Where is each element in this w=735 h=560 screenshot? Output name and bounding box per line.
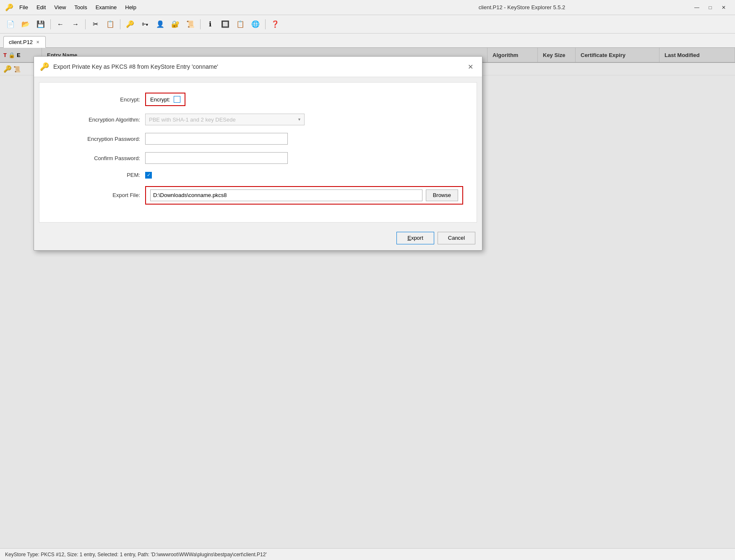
encryption-password-control	[145, 133, 463, 145]
menu-view[interactable]: View	[51, 3, 69, 12]
properties-button[interactable]: ℹ	[203, 17, 217, 31]
encryption-algorithm-wrapper: PBE with SHA-1 and 2 key DESede	[145, 114, 305, 125]
maximize-button[interactable]: □	[704, 3, 717, 12]
export-file-highlight-box: Browse	[145, 186, 463, 205]
encrypt-label: Encrypt:	[53, 96, 145, 103]
copy-button[interactable]: 📋	[103, 17, 117, 31]
dialog-close-button[interactable]: ✕	[464, 61, 476, 73]
menu-help[interactable]: Help	[122, 3, 140, 12]
tab-bar: client.P12 ✕	[0, 34, 735, 48]
export-button-label: Export	[407, 235, 423, 241]
encryption-algorithm-label: Encryption Algorithm:	[53, 117, 145, 123]
confirm-password-row: Confirm Password:	[53, 152, 463, 164]
dialog-title-bar: 🔑 Export Private Key as PKCS #8 from Key…	[34, 57, 482, 77]
confirm-password-label: Confirm Password:	[53, 155, 145, 161]
toolbar-sep-3	[120, 19, 120, 29]
toolbar: 📄 📂 💾 ← → ✂ 📋 🔑 🗝 👤 🔐 📜 ℹ 🔲 📋 🌐 ❓	[0, 15, 735, 34]
export-file-row: Export File: Browse	[53, 186, 463, 205]
window-controls: — □ ✕	[691, 3, 730, 12]
encrypt-control: Encrypt:	[145, 93, 463, 106]
menu-edit[interactable]: Edit	[33, 3, 49, 12]
examine-button[interactable]: 🔲	[218, 17, 232, 31]
export-button[interactable]: Export	[396, 232, 434, 244]
status-bar: KeyStore Type: PKCS #12, Size: 1 entry, …	[0, 548, 735, 560]
toolbar-sep-4	[200, 19, 201, 29]
toolbar-sep-2	[85, 19, 86, 29]
encrypt-label-inline: Encrypt:	[150, 96, 170, 103]
menu-tools[interactable]: Tools	[71, 3, 90, 12]
menu-file[interactable]: File	[16, 3, 31, 12]
sign-button[interactable]: 📜	[183, 17, 198, 31]
cut-button[interactable]: ✂	[88, 17, 102, 31]
import-cert-button[interactable]: 👤	[153, 17, 167, 31]
minimize-button[interactable]: —	[691, 3, 703, 12]
modal-overlay: 🔑 Export Private Key as PKCS #8 from Key…	[0, 48, 735, 548]
app-icon: 🔑	[5, 3, 13, 11]
encryption-algorithm-control: PBE with SHA-1 and 2 key DESede	[145, 114, 463, 125]
encryption-algorithm-select[interactable]: PBE with SHA-1 and 2 key DESede	[145, 114, 305, 125]
tab-close-button[interactable]: ✕	[35, 39, 40, 45]
menu-examine[interactable]: Examine	[92, 3, 120, 12]
pem-label: PEM:	[53, 172, 145, 178]
encryption-password-label: Encryption Password:	[53, 136, 145, 142]
generate-keypair-button[interactable]: 🔑	[123, 17, 137, 31]
confirm-password-input[interactable]	[145, 152, 288, 164]
toolbar-sep-5	[265, 19, 266, 29]
clipboard2-button[interactable]: 📋	[233, 17, 248, 31]
status-text: KeyStore Type: PKCS #12, Size: 1 entry, …	[5, 552, 267, 557]
dialog-title-icon: 🔑	[40, 62, 49, 71]
title-bar: 🔑 File Edit View Tools Examine Help clie…	[0, 0, 735, 15]
cancel-button[interactable]: Cancel	[438, 232, 475, 244]
open-button[interactable]: 📂	[18, 17, 33, 31]
toolbar-sep-1	[50, 19, 51, 29]
encryption-password-row: Encryption Password:	[53, 133, 463, 145]
pem-control: ✓	[145, 171, 463, 179]
encrypt-checkbox[interactable]	[174, 96, 180, 103]
new-button[interactable]: 📄	[3, 17, 18, 31]
browse-button[interactable]: Browse	[426, 189, 458, 201]
main-area: T 🔒 E Entry Name Algorithm Key Size Cert…	[0, 48, 735, 548]
pem-row: PEM: ✓	[53, 171, 463, 179]
dialog-title-text: Export Private Key as PKCS #8 from KeySt…	[53, 63, 460, 70]
tab-client-p12[interactable]: client.P12 ✕	[3, 36, 46, 48]
menu-bar: File Edit View Tools Examine Help	[16, 3, 353, 12]
tab-label: client.P12	[9, 39, 33, 45]
encryption-algorithm-row: Encryption Algorithm: PBE with SHA-1 and…	[53, 114, 463, 125]
encrypt-row: Encrypt: Encrypt:	[53, 93, 463, 106]
export-file-control: Browse	[145, 186, 463, 205]
encrypt-highlight-box: Encrypt:	[145, 93, 185, 106]
close-button[interactable]: ✕	[717, 3, 730, 12]
dialog-body: Encrypt: Encrypt: Encryption Algorithm:	[39, 82, 477, 223]
pem-checkbox[interactable]: ✓	[145, 172, 152, 179]
export-file-input[interactable]	[150, 189, 422, 201]
forward-button[interactable]: →	[68, 17, 83, 31]
help-button[interactable]: ❓	[268, 17, 282, 31]
online-button[interactable]: 🌐	[248, 17, 263, 31]
save-button[interactable]: 💾	[34, 17, 48, 31]
dialog-footer: Export Cancel	[34, 228, 482, 250]
back-button[interactable]: ←	[53, 17, 68, 31]
window-title: client.P12 - KeyStore Explorer 5.5.2	[353, 4, 691, 10]
generate-csr-button[interactable]: 🔐	[168, 17, 182, 31]
encryption-password-input[interactable]	[145, 133, 288, 145]
export-file-label: Export File:	[53, 192, 145, 198]
confirm-password-control	[145, 152, 463, 164]
export-dialog: 🔑 Export Private Key as PKCS #8 from Key…	[34, 56, 482, 251]
import-keypair-button[interactable]: 🗝	[138, 17, 152, 31]
